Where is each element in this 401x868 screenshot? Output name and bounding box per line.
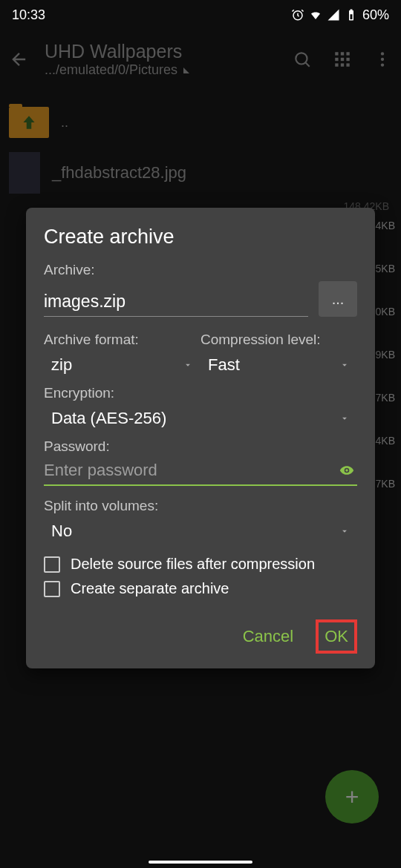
archive-label: Archive: — [44, 262, 357, 278]
add-fab[interactable]: + — [325, 770, 379, 823]
cancel-button[interactable]: Cancel — [243, 627, 293, 646]
split-dropdown[interactable]: No — [44, 517, 357, 545]
format-label: Archive format: — [44, 332, 200, 348]
separate-archive-checkbox[interactable] — [44, 581, 60, 597]
compression-value: Fast — [208, 355, 240, 375]
ok-button[interactable]: OK — [325, 627, 348, 646]
gesture-nav-handle[interactable] — [149, 861, 252, 864]
dialog-title: Create archive — [44, 226, 357, 249]
compression-dropdown[interactable]: Fast — [200, 351, 357, 379]
password-label: Password: — [44, 438, 357, 455]
plus-icon: + — [345, 783, 359, 811]
create-archive-dialog: Create archive Archive: ... Archive form… — [26, 208, 375, 668]
archive-name-input[interactable] — [44, 287, 308, 317]
encryption-dropdown[interactable]: Data (AES-256) — [44, 404, 357, 433]
delete-source-checkbox-row[interactable]: Delete source files after compression — [44, 556, 357, 573]
chevron-down-icon — [339, 526, 350, 536]
format-value: zip — [51, 355, 72, 375]
compression-label: Compression level: — [200, 332, 357, 348]
password-input[interactable] — [44, 461, 336, 480]
delete-source-label: Delete source files after compression — [71, 556, 315, 573]
chevron-down-icon — [339, 360, 350, 370]
browse-dots-button[interactable]: ... — [319, 281, 357, 317]
split-value: No — [51, 522, 72, 541]
separate-archive-label: Create separate archive — [71, 580, 229, 597]
delete-source-checkbox[interactable] — [44, 556, 60, 573]
encryption-value: Data (AES-256) — [51, 409, 166, 428]
ok-highlight-box: OK — [316, 619, 357, 654]
format-dropdown[interactable]: zip — [44, 351, 200, 379]
split-label: Split into volumes: — [44, 498, 357, 514]
dialog-overlay: Create archive Archive: ... Archive form… — [0, 0, 401, 868]
encryption-label: Encryption: — [44, 385, 357, 401]
chevron-down-icon — [339, 413, 350, 424]
eye-icon[interactable] — [336, 463, 357, 478]
chevron-down-icon — [183, 360, 193, 370]
separate-archive-checkbox-row[interactable]: Create separate archive — [44, 580, 357, 597]
